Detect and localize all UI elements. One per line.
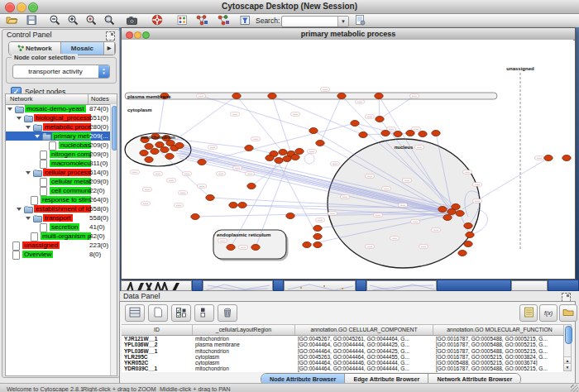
float-panel-icon[interactable]	[106, 31, 115, 41]
tree-row[interactable]: transport558(0)	[6, 213, 117, 222]
dropdown-stepper-icon[interactable]: ▲▼	[98, 65, 109, 78]
table-row[interactable]: YKR052Ccytoplasm[GO:0044464, GO:0044446,…	[122, 360, 567, 366]
table-column-header[interactable]: ID	[122, 325, 193, 335]
network-window-titlebar[interactable]: primary metabolic process	[122, 28, 575, 41]
graph-node[interactable]	[432, 131, 440, 136]
tree-row[interactable]: biological_process651(0)	[6, 113, 117, 122]
function-builder-icon[interactable]: f(x)	[539, 304, 557, 322]
graph-node[interactable]	[247, 184, 256, 189]
attribute-notes-icon[interactable]	[519, 304, 538, 322]
save-session-icon[interactable]	[24, 14, 39, 26]
graph-node[interactable]	[394, 131, 402, 137]
graph-node[interactable]	[313, 242, 322, 248]
graph-node[interactable]	[303, 242, 311, 248]
delete-attribute-icon[interactable]	[218, 304, 237, 322]
graph-node[interactable]	[464, 241, 472, 247]
tree-row[interactable]: multi-organism pro42(0)	[6, 232, 117, 241]
network-graph[interactable]: plasma membranecytoplasmmitochondrionnuc…	[122, 40, 573, 277]
graph-node[interactable]	[406, 131, 414, 136]
import-network-icon[interactable]	[194, 14, 209, 26]
tree-expand-icon[interactable]	[26, 126, 31, 129]
zoom-selected-icon[interactable]	[84, 14, 98, 26]
graph-node[interactable]	[229, 203, 237, 208]
graph-node[interactable]	[268, 93, 276, 99]
graph-node[interactable]	[175, 143, 184, 149]
tree-row[interactable]: cell communicat22(0)	[6, 186, 117, 195]
graph-node[interactable]	[562, 155, 571, 161]
tab-network[interactable]: Network	[9, 42, 61, 55]
scroll-down-icon[interactable]: ▼	[564, 363, 571, 370]
graph-node[interactable]	[464, 223, 472, 229]
search-input[interactable]	[283, 17, 337, 26]
graph-node[interactable]	[309, 128, 318, 134]
tree-expand-icon[interactable]	[17, 117, 22, 120]
table-vertical-scrollbar[interactable]: ▲ ▼	[563, 324, 572, 371]
filters-icon[interactable]	[237, 14, 252, 26]
graph-node[interactable]	[165, 154, 174, 160]
network-view-window[interactable]: primary metabolic process plasma membran…	[121, 27, 576, 280]
graph-node[interactable]	[337, 93, 346, 99]
graph-node[interactable]	[295, 149, 304, 155]
tree-row[interactable]: Overview8(0)	[6, 250, 117, 259]
tab-mosaic[interactable]: Mosaic	[61, 42, 105, 55]
resize-grip[interactable]	[571, 385, 578, 392]
graph-node[interactable]	[438, 207, 447, 213]
tree-expand-icon[interactable]	[7, 108, 12, 111]
graph-node[interactable]	[351, 121, 359, 127]
graph-node[interactable]	[251, 245, 260, 251]
import-attributes-icon[interactable]	[559, 304, 577, 322]
graph-node[interactable]	[376, 117, 384, 122]
node-color-dropdown[interactable]: transporter activity ▲▼	[12, 65, 110, 79]
graph-node[interactable]	[443, 215, 452, 221]
help-lifering-icon[interactable]	[150, 14, 165, 26]
zoom-fit-icon[interactable]	[102, 14, 117, 26]
graph-node[interactable]	[232, 93, 241, 99]
graph-node[interactable]	[283, 156, 291, 162]
tree-scrollbar[interactable]	[110, 104, 117, 375]
graph-node[interactable]	[140, 151, 148, 156]
search-dropdown-arrow-icon[interactable]: ▼	[337, 17, 348, 26]
graph-node[interactable]	[381, 131, 390, 136]
table-row[interactable]: YDR039C__1mitochondrion[GO:0044464, GO:0…	[122, 366, 567, 371]
tree-expand-icon[interactable]	[26, 217, 31, 220]
tree-row[interactable]: nitrogen compo209(0)	[6, 150, 117, 159]
tree-row[interactable]: macromolecule311(0)	[6, 159, 117, 168]
tree-row[interactable]: response to stimulu264(0)	[6, 195, 117, 204]
zoom-out-icon[interactable]	[47, 14, 62, 26]
graph-node[interactable]	[160, 147, 169, 153]
network-canvas[interactable]: plasma membranecytoplasmmitochondrionnuc…	[122, 40, 573, 277]
tree-row[interactable]: cellular metabo209(0)	[6, 177, 117, 186]
graph-node[interactable]	[419, 131, 427, 137]
attribute-panel-icon[interactable]	[125, 304, 145, 322]
attribute-table[interactable]: ID_cellularLayoutRegionannotation.GO CEL…	[122, 324, 567, 372]
graph-node[interactable]	[466, 232, 474, 238]
annotations-icon[interactable]	[175, 14, 189, 26]
graph-node[interactable]	[198, 160, 206, 165]
tree-row[interactable]: secretion41(0)	[6, 222, 117, 232]
graph-node[interactable]	[456, 211, 464, 217]
table-column-header[interactable]: annotation.GO MOLECULAR_FUNCTION	[433, 325, 567, 335]
graph-node[interactable]	[227, 245, 235, 251]
attribute-table-header[interactable]: ID_cellularLayoutRegionannotation.GO CEL…	[122, 324, 567, 336]
tree-expand-icon[interactable]	[17, 208, 22, 211]
table-column-header[interactable]: _cellularLayoutRegion	[193, 325, 295, 335]
table-row[interactable]: YJR121W__1mitochondrion[GO:0045267, GO:0…	[122, 336, 567, 342]
more-tabs-arrow-icon[interactable]: ▶	[104, 42, 115, 55]
graph-node[interactable]	[145, 144, 153, 150]
tree-row[interactable]: unassigned223(0)	[6, 241, 117, 250]
tree-row[interactable]: nucleobase-209(0)	[6, 141, 117, 150]
tree-row[interactable]: cellular process614(0)	[6, 168, 117, 177]
zoom-in-icon[interactable]	[65, 14, 80, 26]
graph-node[interactable]	[313, 234, 322, 240]
graph-node[interactable]	[316, 141, 324, 146]
graph-node[interactable]	[544, 155, 553, 161]
graph-node[interactable]	[206, 195, 214, 201]
tree-row[interactable]: mosaic-demo-yeast874(0)	[6, 104, 117, 113]
create-attribute-icon[interactable]	[148, 304, 168, 322]
unselect-attributes-icon[interactable]	[194, 304, 214, 322]
tree-row[interactable]: establishment of lo558(0)	[6, 204, 117, 213]
table-row[interactable]: YPL036W__2plasma membrane[GO:0044464, GO…	[122, 342, 567, 347]
graph-node[interactable]	[313, 226, 322, 232]
graph-node[interactable]	[359, 132, 367, 138]
search-combobox[interactable]: ▼	[281, 16, 349, 27]
